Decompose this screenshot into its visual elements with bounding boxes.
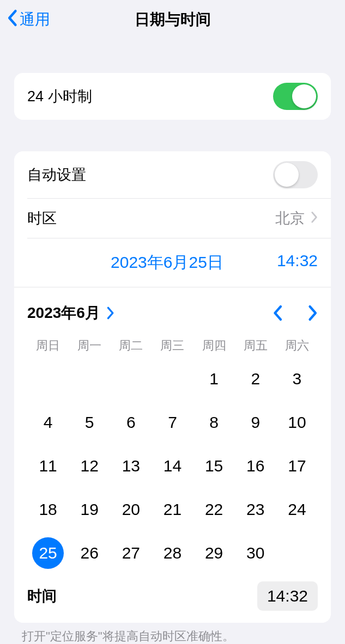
weekday-header: 周三 bbox=[152, 334, 193, 357]
timezone-label: 时区 bbox=[27, 208, 57, 228]
weekday-header: 周六 bbox=[276, 334, 318, 357]
month-year-button[interactable]: 2023年6月 bbox=[27, 303, 114, 323]
calendar-day[interactable]: 26 bbox=[69, 531, 110, 575]
timezone-row[interactable]: 时区 北京 bbox=[27, 199, 331, 238]
calendar-day[interactable]: 11 bbox=[27, 444, 69, 488]
time-picker[interactable]: 14:32 bbox=[257, 581, 318, 611]
calendar-day[interactable]: 23 bbox=[235, 488, 276, 531]
calendar-day[interactable]: 30 bbox=[235, 531, 276, 575]
calendar-day[interactable]: 8 bbox=[193, 401, 235, 444]
calendar-day[interactable]: 16 bbox=[235, 444, 276, 488]
calendar-day[interactable]: 28 bbox=[152, 531, 193, 575]
back-button[interactable]: 通用 bbox=[0, 9, 50, 30]
chevron-right-icon bbox=[106, 306, 114, 320]
weekday-header: 周一 bbox=[69, 334, 110, 357]
auto-set-switch[interactable] bbox=[273, 161, 318, 188]
calendar-day[interactable]: 5 bbox=[69, 401, 110, 444]
calendar-day[interactable]: 1 bbox=[193, 357, 235, 401]
calendar-day[interactable]: 4 bbox=[27, 401, 69, 444]
calendar-day[interactable]: 2 bbox=[235, 357, 276, 401]
calendar-day-empty bbox=[152, 357, 193, 401]
calendar-day[interactable]: 21 bbox=[152, 488, 193, 531]
calendar-day-empty bbox=[27, 357, 69, 401]
calendar-day[interactable]: 29 bbox=[193, 531, 235, 575]
chevron-left-icon bbox=[7, 9, 17, 30]
calendar-day[interactable]: 10 bbox=[276, 401, 318, 444]
calendar-day[interactable]: 20 bbox=[110, 488, 152, 531]
calendar-day[interactable]: 3 bbox=[276, 357, 318, 401]
calendar-day-empty bbox=[69, 357, 110, 401]
calendar-day-empty bbox=[110, 357, 152, 401]
calendar-day[interactable]: 14 bbox=[152, 444, 193, 488]
weekday-header: 周四 bbox=[193, 334, 235, 357]
chevron-right-icon bbox=[310, 210, 318, 227]
calendar-day[interactable]: 24 bbox=[276, 488, 318, 531]
page-title: 日期与时间 bbox=[0, 9, 345, 30]
auto-set-label: 自动设置 bbox=[27, 165, 86, 185]
prev-month-button[interactable] bbox=[272, 305, 283, 321]
timezone-value: 北京 bbox=[275, 208, 305, 228]
calendar-day[interactable]: 25 bbox=[27, 531, 69, 575]
calendar-day[interactable]: 19 bbox=[69, 488, 110, 531]
calendar-day[interactable]: 13 bbox=[110, 444, 152, 488]
weekday-header: 周日 bbox=[27, 334, 69, 357]
current-time-display[interactable]: 14:32 bbox=[277, 252, 318, 274]
calendar-day[interactable]: 22 bbox=[193, 488, 235, 531]
calendar-day[interactable]: 12 bbox=[69, 444, 110, 488]
twenty-four-hour-row: 24 小时制 bbox=[14, 73, 331, 120]
month-year-label: 2023年6月 bbox=[27, 303, 100, 323]
twenty-four-hour-label: 24 小时制 bbox=[27, 87, 92, 106]
time-label: 时间 bbox=[27, 586, 57, 606]
calendar-day[interactable]: 9 bbox=[235, 401, 276, 444]
calendar-day[interactable]: 17 bbox=[276, 444, 318, 488]
weekday-header: 周五 bbox=[235, 334, 276, 357]
current-date-display[interactable]: 2023年6月25日 bbox=[57, 252, 277, 274]
calendar-day[interactable]: 15 bbox=[193, 444, 235, 488]
calendar-day[interactable]: 6 bbox=[110, 401, 152, 444]
calendar-day[interactable]: 27 bbox=[110, 531, 152, 575]
calendar-day[interactable]: 18 bbox=[27, 488, 69, 531]
calendar-day-empty bbox=[276, 531, 318, 575]
back-label: 通用 bbox=[20, 9, 50, 30]
calendar-day[interactable]: 7 bbox=[152, 401, 193, 444]
weekday-header: 周二 bbox=[110, 334, 152, 357]
auto-set-row: 自动设置 bbox=[27, 151, 331, 199]
footer-note: 打开"定位服务"将提高自动时区准确性。 bbox=[0, 623, 345, 644]
twenty-four-hour-switch[interactable] bbox=[273, 83, 318, 110]
next-month-button[interactable] bbox=[307, 305, 318, 321]
